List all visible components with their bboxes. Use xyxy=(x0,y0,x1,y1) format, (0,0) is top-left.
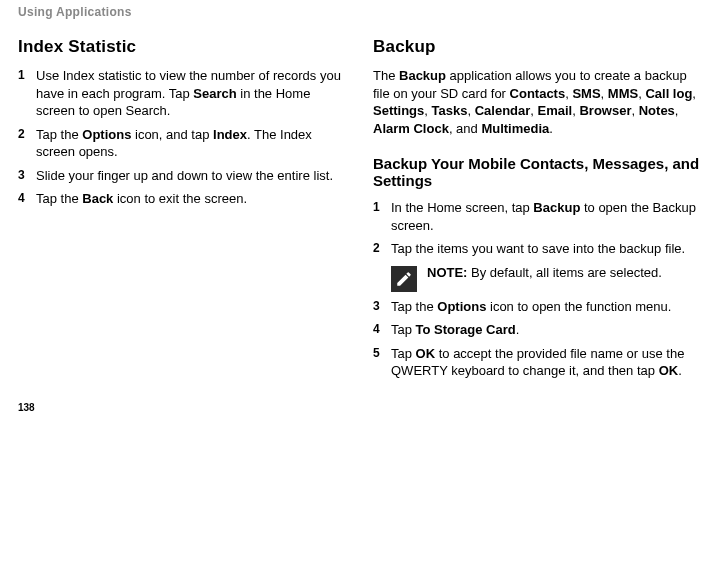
text-fragment: The xyxy=(373,68,399,83)
left-title: Index Statistic xyxy=(18,37,345,57)
text-fragment: . xyxy=(516,322,520,337)
text-fragment: Calendar xyxy=(475,103,531,118)
step-number: 3 xyxy=(373,298,391,314)
text-fragment: SMS xyxy=(572,86,600,101)
text-fragment: Notes xyxy=(639,103,675,118)
text-fragment: Browser xyxy=(579,103,631,118)
text-fragment: icon, and tap xyxy=(131,127,213,142)
step-number: 1 xyxy=(373,199,391,215)
step-number: 2 xyxy=(18,126,36,142)
step-text: Slide your finger up and down to view th… xyxy=(36,167,345,185)
step-item: 1Use Index statistic to view the number … xyxy=(18,67,345,120)
text-fragment: Email xyxy=(538,103,573,118)
step-item: 4Tap the Back icon to exit the screen. xyxy=(18,190,345,208)
text-fragment: Tasks xyxy=(432,103,468,118)
text-fragment: Alarm Clock xyxy=(373,121,449,136)
text-fragment: , xyxy=(424,103,431,118)
text-fragment: Tap the items you want to save into the … xyxy=(391,241,685,256)
section-header: Using Applications xyxy=(18,5,700,19)
text-fragment: , xyxy=(675,103,679,118)
text-fragment: icon to exit the screen. xyxy=(113,191,247,206)
text-fragment: Slide your finger up and down to view th… xyxy=(36,168,333,183)
text-fragment: to accept the provided file name or use … xyxy=(391,346,684,379)
text-fragment: In the Home screen, tap xyxy=(391,200,533,215)
right-steps: 1In the Home screen, tap Backup to open … xyxy=(373,199,700,380)
text-fragment: Options xyxy=(82,127,131,142)
text-fragment: . xyxy=(678,363,682,378)
left-column: Index Statistic 1Use Index statistic to … xyxy=(18,37,345,386)
text-fragment: icon to open the function menu. xyxy=(486,299,671,314)
note-row: NOTE: By default, all items are selected… xyxy=(391,264,700,292)
text-fragment: Settings xyxy=(373,103,424,118)
text-fragment: Tap xyxy=(391,346,416,361)
text-fragment: , xyxy=(601,86,608,101)
content-columns: Index Statistic 1Use Index statistic to … xyxy=(18,37,700,386)
text-fragment: By default, all items are selected. xyxy=(467,265,661,280)
text-fragment: Back xyxy=(82,191,113,206)
step-number: 1 xyxy=(18,67,36,83)
step-number: 2 xyxy=(373,240,391,256)
step-text: Tap the items you want to save into the … xyxy=(391,240,700,258)
text-fragment: , xyxy=(467,103,474,118)
step-item: 2Tap the Options icon, and tap Index. Th… xyxy=(18,126,345,161)
text-fragment: Multimedia xyxy=(481,121,549,136)
text-fragment: Contacts xyxy=(510,86,566,101)
step-item: 3Slide your finger up and down to view t… xyxy=(18,167,345,185)
step-item: 4Tap To Storage Card. xyxy=(373,321,700,339)
text-fragment: Tap the xyxy=(36,191,82,206)
text-fragment: Search xyxy=(193,86,236,101)
step-item: 3Tap the Options icon to open the functi… xyxy=(373,298,700,316)
text-fragment: . xyxy=(549,121,553,136)
right-subtitle: Backup Your Mobile Contacts, Messages, a… xyxy=(373,155,700,189)
step-text: Use Index statistic to view the number o… xyxy=(36,67,345,120)
text-fragment: , xyxy=(632,103,639,118)
text-fragment: Options xyxy=(437,299,486,314)
text-fragment: , and xyxy=(449,121,482,136)
step-item: 2Tap the items you want to save into the… xyxy=(373,240,700,258)
text-fragment: To Storage Card xyxy=(416,322,516,337)
note-icon xyxy=(391,266,417,292)
text-fragment: Backup xyxy=(533,200,580,215)
step-text: Tap the Options icon to open the functio… xyxy=(391,298,700,316)
text-fragment: MMS xyxy=(608,86,638,101)
step-text: In the Home screen, tap Backup to open t… xyxy=(391,199,700,234)
step-number: 4 xyxy=(373,321,391,337)
text-fragment: NOTE: xyxy=(427,265,467,280)
page-number: 138 xyxy=(18,402,700,413)
text-fragment: Index xyxy=(213,127,247,142)
text-fragment: OK xyxy=(416,346,436,361)
step-text: Tap the Back icon to exit the screen. xyxy=(36,190,345,208)
step-number: 3 xyxy=(18,167,36,183)
text-fragment: Tap xyxy=(391,322,416,337)
backup-intro: The Backup application allows you to cre… xyxy=(373,67,700,137)
right-title: Backup xyxy=(373,37,700,57)
text-fragment: Tap the xyxy=(36,127,82,142)
text-fragment: , xyxy=(692,86,696,101)
text-fragment: OK xyxy=(659,363,679,378)
text-fragment: Call log xyxy=(645,86,692,101)
left-steps: 1Use Index statistic to view the number … xyxy=(18,67,345,208)
step-number: 4 xyxy=(18,190,36,206)
step-text: Tap the Options icon, and tap Index. The… xyxy=(36,126,345,161)
step-text: Tap To Storage Card. xyxy=(391,321,700,339)
text-fragment: Tap the xyxy=(391,299,437,314)
step-item: 1In the Home screen, tap Backup to open … xyxy=(373,199,700,234)
text-fragment: , xyxy=(530,103,537,118)
text-fragment: Backup xyxy=(399,68,446,83)
step-number: 5 xyxy=(373,345,391,361)
step-item: 5Tap OK to accept the provided file name… xyxy=(373,345,700,380)
note-text: NOTE: By default, all items are selected… xyxy=(427,264,662,282)
right-column: Backup The Backup application allows you… xyxy=(373,37,700,386)
step-text: Tap OK to accept the provided file name … xyxy=(391,345,700,380)
